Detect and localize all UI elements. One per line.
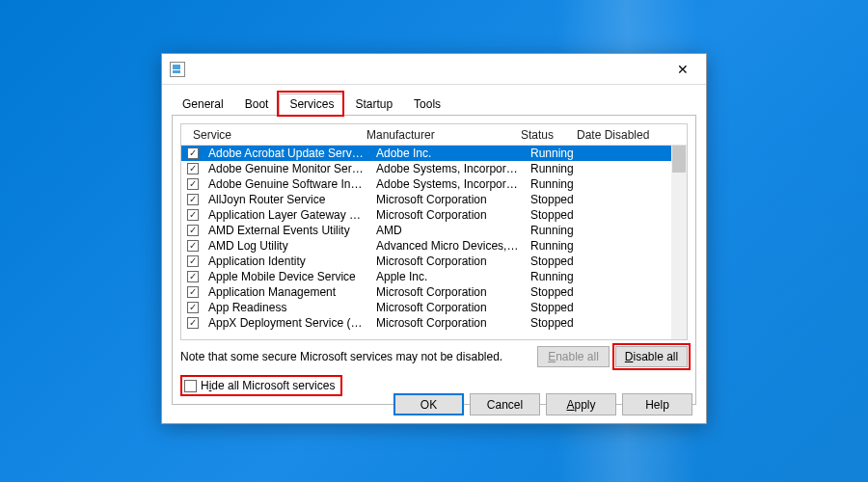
service-row[interactable]: ✓Apple Mobile Device ServiceApple Inc.Ru… <box>181 269 671 284</box>
service-row[interactable]: ✓Application ManagementMicrosoft Corpora… <box>181 284 671 300</box>
cell-service: Application Management <box>203 285 370 299</box>
hide-ms-services-checkbox[interactable]: Hide all Microsoft services <box>180 375 342 396</box>
cell-manufacturer: AMD <box>370 224 525 237</box>
cell-manufacturer: Microsoft Corporation <box>370 193 525 206</box>
list-header: Service Manufacturer Status Date Disable… <box>181 124 687 146</box>
cell-status: Running <box>525 224 581 237</box>
row-checkbox[interactable]: ✓ <box>187 194 199 205</box>
service-row[interactable]: ✓Adobe Genuine Monitor ServiceAdobe Syst… <box>181 161 671 176</box>
titlebar: ✕ <box>162 54 706 85</box>
cell-manufacturer: Adobe Systems, Incorpora... <box>370 177 525 191</box>
list-body[interactable]: ✓Adobe Acrobat Update ServiceAdobe Inc.R… <box>181 146 671 339</box>
service-row[interactable]: ✓AppX Deployment Service (AppX...Microso… <box>181 315 671 331</box>
cell-status: Running <box>525 270 581 283</box>
ok-button[interactable]: OK <box>393 393 464 415</box>
service-row[interactable]: ✓Application Layer Gateway ServiceMicros… <box>181 207 671 223</box>
tab-strip: GeneralBootServicesStartupTools <box>172 93 696 116</box>
col-service[interactable]: Service <box>187 125 361 145</box>
tab-boot[interactable]: Boot <box>234 94 280 116</box>
cell-service: AMD External Events Utility <box>203 224 370 237</box>
cell-status: Stopped <box>525 316 581 330</box>
footer-buttons: OK Cancel Apply Help <box>393 393 692 415</box>
enable-all-button[interactable]: Enable all <box>537 346 610 367</box>
tab-startup[interactable]: Startup <box>344 94 403 116</box>
cell-status: Stopped <box>525 285 581 299</box>
cell-service: AMD Log Utility <box>203 239 370 253</box>
tab-services[interactable]: Services <box>279 94 344 116</box>
col-date-disabled[interactable]: Date Disabled <box>571 125 687 145</box>
cell-manufacturer: Advanced Micro Devices, I... <box>370 239 525 253</box>
cell-manufacturer: Microsoft Corporation <box>370 301 525 314</box>
row-checkbox[interactable]: ✓ <box>187 178 199 190</box>
help-button[interactable]: Help <box>622 393 692 415</box>
service-row[interactable]: ✓AllJoyn Router ServiceMicrosoft Corpora… <box>181 192 671 207</box>
cell-service: Adobe Genuine Monitor Service <box>203 162 370 175</box>
scroll-thumb[interactable] <box>672 146 686 173</box>
row-checkbox[interactable]: ✓ <box>187 147 199 159</box>
cell-service: AppX Deployment Service (AppX... <box>203 316 370 330</box>
disable-all-button[interactable]: Disable all <box>615 346 688 367</box>
cell-status: Running <box>525 239 581 253</box>
cell-service: Application Layer Gateway Service <box>203 208 370 222</box>
cell-status: Stopped <box>525 254 581 268</box>
cell-manufacturer: Microsoft Corporation <box>370 316 525 330</box>
apply-button[interactable]: Apply <box>546 393 616 415</box>
cell-status: Running <box>525 177 581 191</box>
cell-service: Application Identity <box>203 254 370 268</box>
cancel-button[interactable]: Cancel <box>470 393 540 415</box>
cell-service: AllJoyn Router Service <box>203 193 370 206</box>
row-checkbox[interactable]: ✓ <box>187 271 199 282</box>
cell-status: Stopped <box>525 193 581 206</box>
cell-status: Stopped <box>525 301 581 314</box>
cell-manufacturer: Microsoft Corporation <box>370 208 525 222</box>
cell-service: App Readiness <box>203 301 370 314</box>
cell-manufacturer: Microsoft Corporation <box>370 285 525 299</box>
service-row[interactable]: ✓Adobe Genuine Software Integri...Adobe … <box>181 176 671 192</box>
row-checkbox[interactable]: ✓ <box>187 240 199 252</box>
row-checkbox[interactable]: ✓ <box>187 209 199 221</box>
service-row[interactable]: ✓AMD External Events UtilityAMDRunning <box>181 223 671 238</box>
col-status[interactable]: Status <box>515 125 571 145</box>
cell-service: Adobe Genuine Software Integri... <box>203 177 370 191</box>
service-row[interactable]: ✓AMD Log UtilityAdvanced Micro Devices, … <box>181 238 671 254</box>
cell-manufacturer: Apple Inc. <box>370 270 525 283</box>
row-checkbox[interactable]: ✓ <box>187 225 199 236</box>
cell-status: Running <box>525 162 581 175</box>
service-row[interactable]: ✓Adobe Acrobat Update ServiceAdobe Inc.R… <box>181 146 671 161</box>
row-checkbox[interactable]: ✓ <box>187 317 199 329</box>
tab-general[interactable]: General <box>172 94 234 116</box>
msconfig-icon <box>170 62 185 77</box>
row-checkbox[interactable]: ✓ <box>187 302 199 313</box>
cell-service: Adobe Acrobat Update Service <box>203 147 370 160</box>
service-row[interactable]: ✓Application IdentityMicrosoft Corporati… <box>181 254 671 269</box>
checkbox-icon <box>184 380 197 392</box>
cell-manufacturer: Adobe Inc. <box>370 147 525 160</box>
cell-status: Running <box>525 147 581 160</box>
cell-manufacturer: Microsoft Corporation <box>370 254 525 268</box>
note-text: Note that some secure Microsoft services… <box>180 350 531 363</box>
row-checkbox[interactable]: ✓ <box>187 255 199 267</box>
cell-status: Stopped <box>525 208 581 222</box>
scrollbar[interactable] <box>671 146 687 339</box>
services-list: Service Manufacturer Status Date Disable… <box>180 123 688 340</box>
cell-manufacturer: Adobe Systems, Incorpora... <box>370 162 525 175</box>
cell-service: Apple Mobile Device Service <box>203 270 370 283</box>
hide-ms-services-label: Hide all Microsoft services <box>201 379 335 392</box>
service-row[interactable]: ✓App ReadinessMicrosoft CorporationStopp… <box>181 300 671 315</box>
msconfig-dialog: ✕ GeneralBootServicesStartupTools Servic… <box>161 53 707 424</box>
col-manufacturer[interactable]: Manufacturer <box>361 125 515 145</box>
row-checkbox[interactable]: ✓ <box>187 163 199 174</box>
services-tab-content: Service Manufacturer Status Date Disable… <box>172 116 696 405</box>
tab-tools[interactable]: Tools <box>403 94 451 116</box>
row-checkbox[interactable]: ✓ <box>187 286 199 298</box>
close-button[interactable]: ✕ <box>664 56 702 83</box>
